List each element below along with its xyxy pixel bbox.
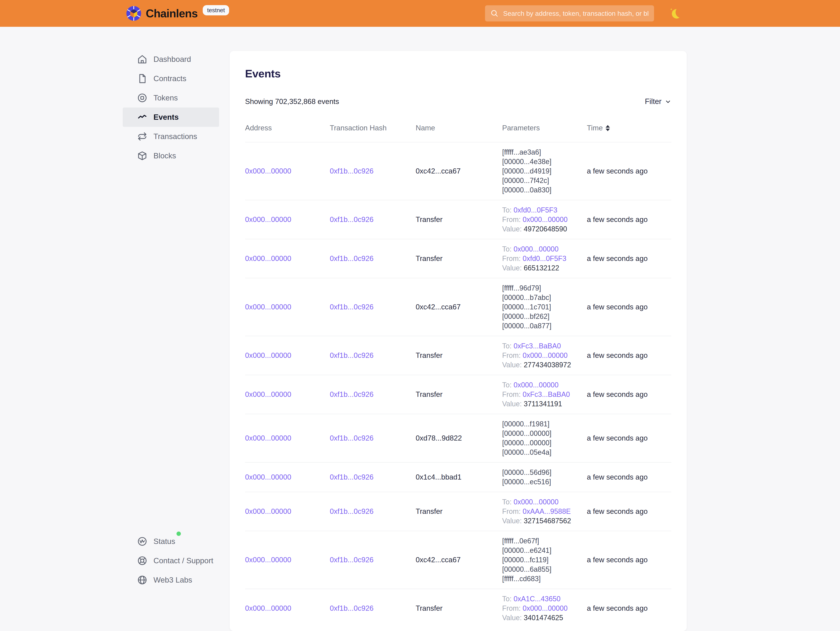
transaction-hash-link[interactable]: 0xf1b...0c926 xyxy=(330,254,374,262)
address-cell: 0x000...00000 xyxy=(245,254,330,263)
parameter-topic: [00000...fc119] xyxy=(502,555,581,565)
time-cell: a few seconds ago xyxy=(587,167,671,175)
parameter-topic: [fffff...96d79] xyxy=(502,283,581,293)
network-badge: testnet xyxy=(203,5,229,15)
to-address-link[interactable]: 0x000...00000 xyxy=(513,498,559,506)
parameter-topic: [00000...00000] xyxy=(502,438,581,448)
chevron-down-icon xyxy=(665,98,671,105)
address-link[interactable]: 0x000...00000 xyxy=(245,556,291,564)
from-address-link[interactable]: 0x000...00000 xyxy=(523,604,568,612)
transaction-hash-link[interactable]: 0xf1b...0c926 xyxy=(330,507,374,516)
address-link[interactable]: 0x000...00000 xyxy=(245,434,291,442)
transaction-hash-link[interactable]: 0xf1b...0c926 xyxy=(330,215,374,224)
value-number: 3401474625 xyxy=(524,614,563,622)
sidebar-item-status[interactable]: Status xyxy=(123,532,219,551)
parameter-topic: [00000...00000] xyxy=(502,429,581,438)
brand[interactable]: Chainlens testnet xyxy=(126,0,229,27)
transaction-hash-link[interactable]: 0xf1b...0c926 xyxy=(330,434,374,442)
sidebar-item-contact-support[interactable]: Contact / Support xyxy=(123,551,219,570)
to-label: To: xyxy=(502,381,513,389)
transaction-hash-link[interactable]: 0xf1b...0c926 xyxy=(330,556,374,564)
sidebar-item-events[interactable]: Events xyxy=(123,107,219,127)
to-label: To: xyxy=(502,245,513,253)
value-number: 665132122 xyxy=(524,264,559,272)
transaction-hash-link[interactable]: 0xf1b...0c926 xyxy=(330,604,374,612)
transaction-hash-cell: 0xf1b...0c926 xyxy=(330,351,416,360)
from-label: From: xyxy=(502,254,523,262)
address-link[interactable]: 0x000...00000 xyxy=(245,254,291,262)
from-address-link[interactable]: 0x000...00000 xyxy=(523,351,568,360)
from-address-link[interactable]: 0xFc3...BaBA0 xyxy=(523,390,570,398)
address-link[interactable]: 0x000...00000 xyxy=(245,167,291,175)
column-header-address: Address xyxy=(245,124,330,132)
parameters-cell: To: 0x000...00000From: 0xFc3...BaBA0Valu… xyxy=(502,375,587,414)
address-link[interactable]: 0x000...00000 xyxy=(245,507,291,516)
address-cell: 0x000...00000 xyxy=(245,215,330,224)
to-address-link[interactable]: 0x000...00000 xyxy=(513,381,559,389)
to-label: To: xyxy=(502,595,513,603)
event-name-cell: 0xd78...9d822 xyxy=(416,434,502,442)
home-icon xyxy=(137,54,147,64)
transaction-hash-link[interactable]: 0xf1b...0c926 xyxy=(330,303,374,311)
address-cell: 0x000...00000 xyxy=(245,303,330,311)
value-number: 3711341191 xyxy=(524,400,562,408)
table-row: 0x000...000000xf1b...0c9260xc42...cca67[… xyxy=(245,278,671,336)
address-link[interactable]: 0x000...00000 xyxy=(245,473,291,481)
search-bar[interactable] xyxy=(485,5,654,22)
meta-row: Showing 702,352,868 events Filter xyxy=(245,97,671,106)
address-link[interactable]: 0x000...00000 xyxy=(245,390,291,398)
filter-button[interactable]: Filter xyxy=(645,97,671,106)
from-address-link[interactable]: 0xfd0...0F5F3 xyxy=(523,254,566,262)
sidebar-item-dashboard[interactable]: Dashboard xyxy=(123,50,219,69)
address-link[interactable]: 0x000...00000 xyxy=(245,215,291,224)
transaction-hash-cell: 0xf1b...0c926 xyxy=(330,434,416,442)
time-cell: a few seconds ago xyxy=(587,434,671,442)
theme-toggle-button[interactable] xyxy=(669,8,681,20)
parameter-to: To: 0x000...00000 xyxy=(502,497,581,507)
table-row: 0x000...000000xf1b...0c926TransferTo: 0x… xyxy=(245,589,671,628)
address-link[interactable]: 0x000...00000 xyxy=(245,351,291,360)
event-name-cell: Transfer xyxy=(416,390,502,399)
token-icon xyxy=(137,93,147,103)
table-row: 0x000...000000xf1b...0c9260xd78...9d822[… xyxy=(245,414,671,462)
sidebar-item-web3-labs[interactable]: Web3 Labs xyxy=(123,570,219,590)
address-cell: 0x000...00000 xyxy=(245,351,330,360)
address-link[interactable]: 0x000...00000 xyxy=(245,604,291,612)
time-cell: a few seconds ago xyxy=(587,351,671,360)
event-name-cell: Transfer xyxy=(416,351,502,360)
from-address-link[interactable]: 0x000...00000 xyxy=(523,215,568,224)
address-link[interactable]: 0x000...00000 xyxy=(245,303,291,311)
parameter-value: Value: 3711341191 xyxy=(502,399,581,409)
to-address-link[interactable]: 0x000...00000 xyxy=(513,245,559,253)
transaction-hash-link[interactable]: 0xf1b...0c926 xyxy=(330,351,374,360)
transaction-hash-link[interactable]: 0xf1b...0c926 xyxy=(330,473,374,481)
sidebar-item-transactions[interactable]: Transactions xyxy=(123,127,219,146)
parameter-topic: [00000...7f42c] xyxy=(502,176,581,185)
to-address-link[interactable]: 0xFc3...BaBA0 xyxy=(513,342,561,350)
to-label: To: xyxy=(502,206,513,214)
time-cell: a few seconds ago xyxy=(587,215,671,224)
value-label: Value: xyxy=(502,517,524,525)
transaction-hash-link[interactable]: 0xf1b...0c926 xyxy=(330,390,374,398)
transaction-hash-link[interactable]: 0xf1b...0c926 xyxy=(330,167,374,175)
sidebar-item-contracts[interactable]: Contracts xyxy=(123,69,219,88)
parameters-cell: [00000...f1981][00000...00000][00000...0… xyxy=(502,414,587,462)
to-address-link[interactable]: 0xfd0...0F5F3 xyxy=(513,206,557,214)
to-address-link[interactable]: 0xA1C...43650 xyxy=(513,595,561,603)
parameters-cell: [fffff...96d79][00000...b7abc][00000...1… xyxy=(502,278,587,336)
parameter-topic: [fffff...0e67f] xyxy=(502,536,581,546)
sidebar-item-blocks[interactable]: Blocks xyxy=(123,146,219,166)
transaction-hash-cell: 0xf1b...0c926 xyxy=(330,167,416,175)
parameter-from: From: 0x000...00000 xyxy=(502,215,581,224)
sidebar-item-tokens[interactable]: Tokens xyxy=(123,88,219,107)
sidebar-footer-nav: Status Contact / Support Web3 Labs xyxy=(123,532,219,590)
table-row: 0x000...000000xf1b...0c9260x1c4...bbad1[… xyxy=(245,462,671,492)
search-input[interactable] xyxy=(503,9,649,17)
table-body: 0x000...000000xf1b...0c9260xc42...cca67[… xyxy=(245,142,671,628)
parameter-topic: [00000...d4919] xyxy=(502,166,581,176)
from-address-link[interactable]: 0xAAA...9588E xyxy=(523,507,571,516)
column-header-parameters: Parameters xyxy=(502,124,587,132)
column-header-time[interactable]: Time xyxy=(587,124,671,132)
parameter-topic: [00000...e6241] xyxy=(502,546,581,555)
transaction-hash-cell: 0xf1b...0c926 xyxy=(330,254,416,263)
